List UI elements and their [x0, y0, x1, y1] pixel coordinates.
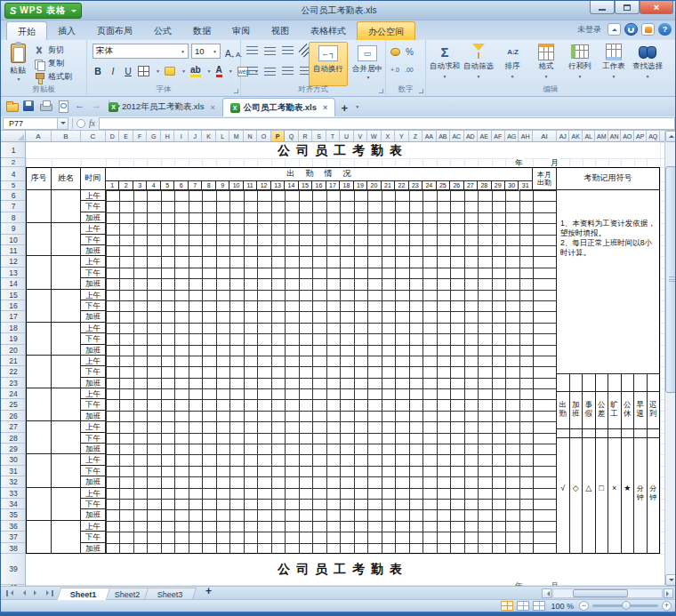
time-cell[interactable]: 加班	[81, 411, 106, 421]
column-header-Y[interactable]: Y	[395, 131, 408, 142]
name-box[interactable]: P77	[3, 117, 58, 130]
column-header-AN[interactable]: AN	[608, 131, 622, 142]
wrap-text-button[interactable]: ←┐ 自动换行	[309, 42, 348, 86]
column-header-K[interactable]: K	[202, 131, 215, 142]
time-cell[interactable]: 上午	[81, 488, 106, 499]
formula-input[interactable]	[99, 117, 675, 130]
row-header-37[interactable]: 37	[1, 532, 26, 542]
time-cell[interactable]: 上午	[81, 388, 106, 399]
name-box-dropdown-icon[interactable]	[58, 117, 68, 130]
column-header-V[interactable]: V	[354, 131, 367, 142]
preview-icon[interactable]	[56, 100, 69, 112]
name-cell[interactable]	[52, 190, 81, 223]
alignment-dialog-launcher-icon[interactable]	[379, 89, 383, 93]
row-header-7[interactable]: 7	[1, 201, 26, 212]
align-middle-icon[interactable]	[264, 46, 276, 55]
last-sheet-icon[interactable]	[44, 588, 55, 598]
day-header[interactable]: 22	[395, 181, 408, 190]
title-bar[interactable]: S WPS 表格 公司员工考勤表.xls ×	[1, 1, 676, 20]
time-cell[interactable]: 上午	[81, 256, 106, 267]
ribbon-button-行和列[interactable]: 行和列▼	[563, 42, 597, 86]
day-header[interactable]: 25	[437, 181, 450, 190]
column-header-AL[interactable]: AL	[583, 131, 596, 142]
minimize-button[interactable]	[590, 1, 615, 14]
column-header-AF[interactable]: AF	[492, 131, 505, 142]
ribbon-button-排序[interactable]: 排序▼	[495, 42, 529, 86]
time-cell[interactable]: 下午	[81, 532, 106, 542]
row-header-38[interactable]: 38	[1, 543, 26, 554]
day-header[interactable]: 19	[354, 181, 367, 190]
print-icon[interactable]	[39, 100, 52, 112]
serial-cell[interactable]	[26, 356, 52, 388]
row-header-8[interactable]: 8	[1, 212, 26, 223]
time-cell[interactable]: 上午	[81, 223, 106, 234]
row-header-25[interactable]: 25	[1, 399, 26, 410]
row-header-39[interactable]: 39	[1, 554, 26, 585]
serial-cell[interactable]	[26, 323, 52, 356]
row-header-19[interactable]: 19	[1, 333, 26, 344]
day-header[interactable]: 3	[133, 181, 147, 190]
time-cell[interactable]: 上午	[81, 290, 106, 300]
row-header-35[interactable]: 35	[1, 509, 26, 520]
time-cell[interactable]: 上午	[81, 521, 106, 532]
time-header[interactable]: 时间	[81, 167, 106, 190]
normal-view-icon[interactable]	[501, 601, 513, 611]
format-painter-button[interactable]: 格式刷	[34, 70, 72, 84]
day-header[interactable]: 12	[257, 181, 270, 190]
row-header-21[interactable]: 21	[1, 356, 26, 366]
fx-icon[interactable]: fx	[89, 119, 95, 128]
folder-icon[interactable]	[5, 100, 19, 112]
time-cell[interactable]: 下午	[81, 433, 106, 444]
align-right-icon[interactable]	[282, 67, 294, 76]
day-header[interactable]: 2	[119, 181, 133, 190]
ribbon-button-自动筛选[interactable]: 自动筛选▼	[462, 42, 495, 86]
column-header-B[interactable]: B	[52, 131, 81, 142]
row-header-22[interactable]: 22	[1, 366, 26, 377]
fill-color-icon[interactable]: ab	[190, 66, 201, 77]
time-cell[interactable]: 下午	[81, 366, 106, 377]
column-header-AB[interactable]: AB	[437, 131, 450, 142]
close-button[interactable]: ×	[640, 1, 673, 14]
align-bottom-icon[interactable]	[282, 46, 294, 55]
row-header-6[interactable]: 6	[1, 190, 26, 201]
column-header-J[interactable]: J	[189, 131, 202, 142]
cut-button[interactable]: 剪切	[34, 44, 72, 57]
column-header-R[interactable]: R	[299, 131, 312, 142]
scroll-up-icon[interactable]	[665, 131, 676, 142]
day-header[interactable]: 5	[161, 181, 174, 190]
scroll-right-icon[interactable]	[664, 588, 673, 598]
column-header-AK[interactable]: AK	[569, 131, 583, 142]
month-total-column[interactable]	[533, 190, 557, 554]
increase-decimal-icon[interactable]: +.0	[390, 67, 399, 73]
zoom-slider-thumb[interactable]	[622, 601, 631, 610]
row-header-23[interactable]: 23	[1, 378, 26, 388]
vertical-scrollbar[interactable]	[664, 131, 676, 586]
time-cell[interactable]: 加班	[81, 212, 106, 223]
save-icon[interactable]	[22, 100, 36, 112]
column-header-W[interactable]: W	[367, 131, 381, 142]
name-cell[interactable]	[52, 290, 81, 323]
row-header-9[interactable]: 9	[1, 223, 26, 234]
column-header-X[interactable]: X	[382, 131, 395, 142]
day-header[interactable]: 26	[450, 181, 463, 190]
column-header-S[interactable]: S	[312, 131, 326, 142]
ribbon-tab-审阅[interactable]: 审阅	[221, 21, 261, 40]
column-header-C[interactable]: C	[81, 131, 106, 142]
tab-list-dropdown-icon[interactable]: ▼	[355, 104, 359, 109]
close-tab-icon[interactable]: ×	[210, 103, 214, 112]
row-header-28[interactable]: 28	[1, 433, 26, 444]
currency-icon[interactable]	[390, 48, 400, 56]
day-header[interactable]: 27	[464, 181, 478, 190]
day-header[interactable]: 9	[216, 181, 229, 190]
insert-function-icon[interactable]	[76, 119, 85, 128]
column-header-M[interactable]: M	[229, 131, 243, 142]
attendance-header[interactable]: 出勤情况	[106, 167, 533, 181]
row-header-17[interactable]: 17	[1, 311, 26, 322]
sheet-tab-Sheet1[interactable]: Sheet1	[57, 588, 110, 600]
new-tab-button[interactable]: +	[335, 100, 353, 116]
sync-icon[interactable]	[624, 23, 638, 36]
name-cell[interactable]	[52, 223, 81, 256]
row-header-33[interactable]: 33	[1, 488, 26, 499]
row-header-1[interactable]: 1	[1, 142, 26, 158]
underline-button[interactable]: U	[123, 66, 133, 76]
